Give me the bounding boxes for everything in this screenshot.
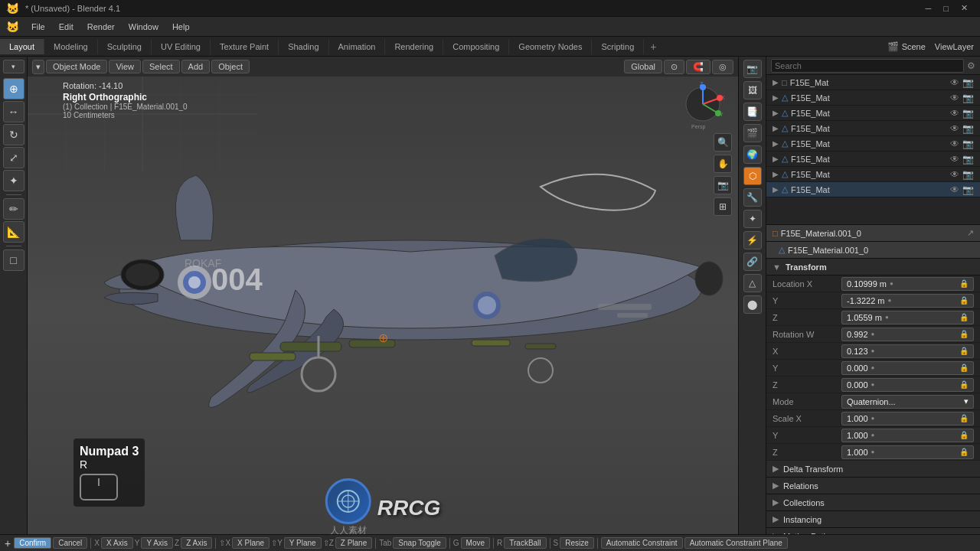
add-menu-btn[interactable]: Add bbox=[181, 60, 211, 73]
visibility-toggle-0[interactable]: 👁 bbox=[950, 77, 959, 88]
move-btn[interactable]: Move bbox=[461, 537, 490, 549]
relations-section[interactable]: ▶ Relations bbox=[766, 478, 980, 494]
visibility-toggle-5[interactable]: 👁 bbox=[950, 154, 959, 165]
object-mode-selector[interactable]: Object Mode bbox=[46, 60, 107, 73]
rotation-w-value[interactable]: 0.992 ● 🔒 bbox=[841, 328, 974, 341]
visibility-toggle-3[interactable]: 👁 bbox=[950, 123, 959, 134]
render-toggle-4[interactable]: 📷 bbox=[962, 139, 974, 149]
data-props-icon[interactable]: △ bbox=[743, 274, 762, 292]
constraint-props-icon[interactable]: 🔗 bbox=[743, 253, 762, 271]
snap-toggle-btn[interactable]: Snap Toggle bbox=[393, 537, 446, 549]
visibility-toggle-4[interactable]: 👁 bbox=[950, 139, 959, 149]
mode-indicator[interactable]: ▾ bbox=[3, 60, 24, 73]
view-layer-props-icon[interactable]: 📑 bbox=[743, 103, 762, 121]
visibility-toggle-1[interactable]: 👁 bbox=[950, 93, 959, 103]
tab-sculpting[interactable]: Sculpting bbox=[98, 39, 152, 54]
tab-compositing[interactable]: Compositing bbox=[443, 39, 509, 54]
world-props-icon[interactable]: 🌍 bbox=[743, 145, 762, 164]
render-toggle-2[interactable]: 📷 bbox=[962, 108, 974, 119]
add-cube-tool[interactable]: □ bbox=[3, 249, 24, 271]
scene-props-icon[interactable]: 🎬 bbox=[743, 124, 762, 142]
add-icon[interactable]: + bbox=[3, 537, 12, 549]
tab-scripting[interactable]: Scripting bbox=[592, 39, 644, 54]
move-tool[interactable]: ↔ bbox=[3, 101, 24, 122]
render-toggle-6[interactable]: 📷 bbox=[962, 169, 974, 180]
maximize-btn[interactable]: □ bbox=[937, 4, 955, 13]
auto-constraint-btn[interactable]: Automatic Constraint bbox=[601, 537, 683, 549]
visibility-toggle-2[interactable]: 👁 bbox=[950, 108, 959, 119]
render-toggle-7[interactable]: 📷 bbox=[962, 184, 974, 195]
viewport-shading-dropdown[interactable]: ▾ bbox=[32, 60, 44, 74]
render-toggle-0[interactable]: 📷 bbox=[962, 77, 974, 88]
quad-view[interactable]: ⊞ bbox=[714, 197, 732, 216]
menu-help[interactable]: Help bbox=[166, 21, 196, 33]
location-x-value[interactable]: 0.10999 m ● 🔒 bbox=[841, 277, 974, 291]
auto-constraint-plane-btn[interactable]: Automatic Constraint Plane bbox=[684, 537, 788, 549]
transform-global[interactable]: Global bbox=[624, 60, 662, 73]
location-y-value[interactable]: -1.3222 m ● 🔒 bbox=[841, 294, 974, 308]
y-axis-btn[interactable]: Y Axis bbox=[141, 537, 173, 549]
transform-tool[interactable]: ✦ bbox=[3, 170, 24, 191]
close-btn[interactable]: ✕ bbox=[955, 3, 974, 13]
viewport-gizmo[interactable]: Z X Y Persp bbox=[680, 81, 726, 127]
view-menu-btn[interactable]: View bbox=[109, 60, 141, 73]
menu-render[interactable]: Render bbox=[81, 21, 121, 33]
rotate-tool[interactable]: ↻ bbox=[3, 124, 24, 145]
tab-texture-paint[interactable]: Texture Paint bbox=[211, 39, 279, 54]
tab-shading[interactable]: Shading bbox=[279, 39, 328, 54]
tab-animation[interactable]: Animation bbox=[329, 39, 386, 54]
zoom-to-cursor[interactable]: 🔍 bbox=[714, 133, 732, 152]
pivot-point[interactable]: ⊙ bbox=[664, 60, 684, 74]
pan-tool[interactable]: ✋ bbox=[714, 155, 732, 173]
menu-edit[interactable]: Edit bbox=[53, 21, 80, 33]
render-toggle-3[interactable]: 📷 bbox=[962, 123, 974, 134]
rotation-y-value[interactable]: 0.000 ● 🔒 bbox=[841, 361, 974, 375]
output-props-icon[interactable]: 🖼 bbox=[743, 81, 762, 99]
tab-rendering[interactable]: Rendering bbox=[385, 39, 443, 54]
scale-y-value[interactable]: 1.000 ● 🔒 bbox=[841, 429, 974, 442]
annotate-tool[interactable]: ✏ bbox=[3, 198, 24, 220]
rotation-z-value[interactable]: 0.000 ● 🔒 bbox=[841, 378, 974, 392]
tab-modeling[interactable]: Modeling bbox=[44, 39, 98, 54]
rotation-x-value[interactable]: 0.123 ● 🔒 bbox=[841, 344, 974, 358]
minimize-btn[interactable]: ─ bbox=[920, 4, 938, 13]
rotation-mode-dropdown[interactable]: Quaternion... ▾ bbox=[841, 395, 974, 409]
scale-x-value[interactable]: 1.000 ● 🔒 bbox=[841, 412, 974, 425]
snap-settings[interactable]: 🧲 bbox=[686, 60, 710, 74]
delta-transform-section[interactable]: ▶ Delta Transform bbox=[766, 461, 980, 478]
cancel-btn[interactable]: Cancel bbox=[53, 537, 87, 549]
active-object-name[interactable]: F15E_Material.001_0 bbox=[781, 229, 861, 238]
scale-tool[interactable]: ⤢ bbox=[3, 147, 24, 168]
add-workspace-btn[interactable]: + bbox=[644, 37, 662, 56]
instancing-section[interactable]: ▶ Instancing bbox=[766, 511, 980, 528]
cursor-tool[interactable]: ⊕ bbox=[3, 78, 24, 99]
scale-z-value[interactable]: 1.000 ● 🔒 bbox=[841, 445, 974, 459]
z-axis-btn[interactable]: Z Axis bbox=[181, 537, 212, 549]
trackball-btn[interactable]: TrackBall bbox=[504, 537, 546, 549]
measure-tool[interactable]: 📐 bbox=[3, 221, 24, 243]
render-toggle-1[interactable]: 📷 bbox=[962, 93, 974, 103]
resize-btn[interactable]: Resize bbox=[560, 537, 594, 549]
y-plane-btn[interactable]: Y Plane bbox=[284, 537, 322, 549]
object-props-icon[interactable]: ⬡ bbox=[743, 167, 762, 185]
z-plane-btn[interactable]: Z Plane bbox=[335, 537, 372, 549]
scene-selector[interactable]: Scene bbox=[902, 42, 926, 51]
object-menu-btn[interactable]: Object bbox=[211, 60, 250, 73]
particles-props-icon[interactable]: ✦ bbox=[743, 210, 762, 228]
collections-section[interactable]: ▶ Collections bbox=[766, 494, 980, 511]
transform-section-header[interactable]: ▼ Transform bbox=[766, 259, 980, 276]
menu-window[interactable]: Window bbox=[122, 21, 165, 33]
x-plane-btn[interactable]: X Plane bbox=[232, 537, 270, 549]
data-object-name[interactable]: F15E_Material.001_0 bbox=[788, 246, 868, 255]
viewport[interactable]: 004 ROKAF 02 ▾ Object Mode Vi bbox=[28, 57, 738, 551]
location-z-value[interactable]: 1.0559 m ● 🔒 bbox=[841, 311, 974, 324]
physics-props-icon[interactable]: ⚡ bbox=[743, 231, 762, 249]
visibility-toggle-7[interactable]: 👁 bbox=[950, 184, 959, 195]
visibility-toggle-6[interactable]: 👁 bbox=[950, 169, 959, 180]
outliner-search-input[interactable] bbox=[771, 59, 964, 73]
camera-view[interactable]: 📷 bbox=[714, 176, 732, 194]
menu-file[interactable]: File bbox=[25, 21, 51, 33]
modifier-props-icon[interactable]: 🔧 bbox=[743, 188, 762, 207]
tab-layout[interactable]: Layout bbox=[0, 39, 44, 54]
confirm-btn[interactable]: Confirm bbox=[14, 537, 51, 549]
